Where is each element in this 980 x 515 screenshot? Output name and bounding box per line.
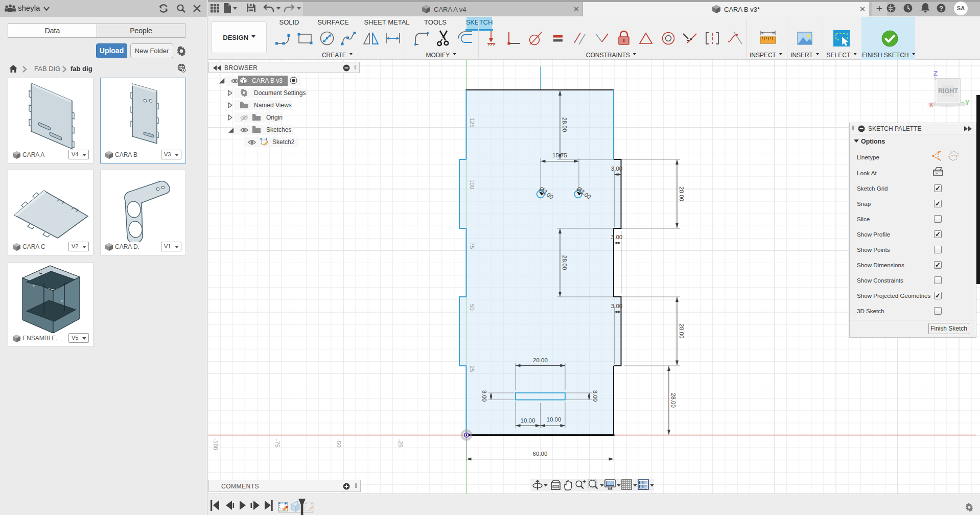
svg-text:15.75: 15.75 (552, 152, 567, 158)
svg-text:10.00: 10.00 (547, 416, 562, 423)
svg-text:75: 75 (469, 243, 475, 249)
svg-text:25: 25 (469, 366, 475, 372)
svg-text:?: ? (939, 5, 943, 12)
svg-text:100: 100 (469, 179, 475, 189)
svg-text:28.00: 28.00 (670, 393, 676, 408)
svg-text:Y: Y (965, 99, 970, 106)
svg-text:-100: -100 (213, 438, 219, 450)
svg-text:Z: Z (934, 69, 938, 77)
svg-text:3.00: 3.00 (611, 303, 622, 309)
svg-text:3.00: 3.00 (611, 234, 622, 240)
svg-text:3.00: 3.00 (481, 390, 487, 402)
svg-text:10.00: 10.00 (521, 417, 535, 424)
svg-text:60.00: 60.00 (533, 451, 548, 457)
svg-text:3.00: 3.00 (611, 166, 622, 172)
svg-text:28.00: 28.00 (679, 324, 685, 339)
svg-text:-50: -50 (336, 439, 342, 448)
svg-text:X: X (929, 101, 934, 109)
svg-text:RIGHT: RIGHT (938, 87, 958, 95)
svg-text:50: 50 (469, 304, 475, 311)
svg-text:3.00: 3.00 (592, 390, 598, 402)
svg-text:28.00: 28.00 (562, 118, 568, 132)
svg-text:28.00: 28.00 (679, 186, 685, 201)
svg-text:28.00: 28.00 (562, 255, 568, 270)
svg-text:20.00: 20.00 (533, 357, 548, 363)
svg-text:-25: -25 (398, 439, 404, 448)
svg-text:-75: -75 (274, 439, 281, 448)
svg-text:125: 125 (469, 118, 475, 127)
